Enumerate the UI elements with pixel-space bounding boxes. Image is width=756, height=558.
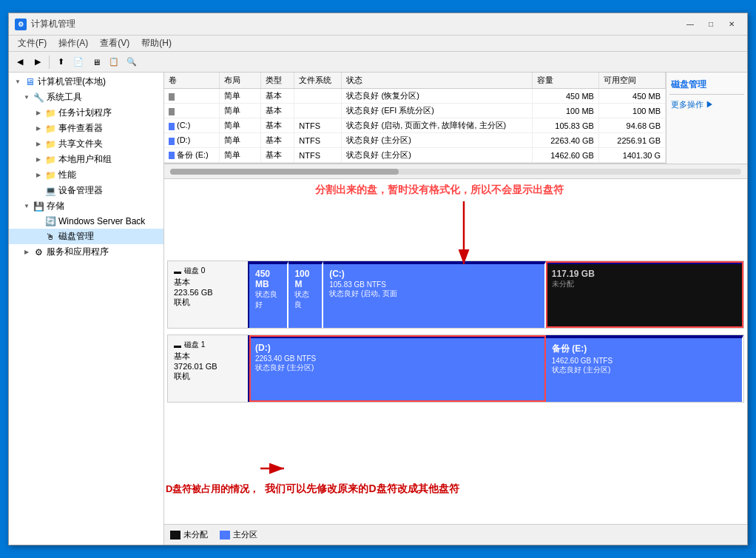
toolbar-btn-4[interactable]: 📄 — [70, 54, 87, 70]
p0-1-name: 450 MB — [255, 269, 281, 289]
cell-fs: NTFS — [294, 118, 342, 133]
sidebar-label-tools: 系统工具 — [47, 91, 82, 104]
sidebar-item-backup[interactable]: ▶ 🔄 Windows Server Back — [9, 214, 163, 229]
expander-tools[interactable]: ▼ — [21, 92, 33, 104]
computer-icon: 🖥 — [24, 76, 36, 88]
menu-file[interactable]: 文件(F) — [12, 36, 53, 51]
scroll-track[interactable] — [170, 169, 741, 175]
maximize-button[interactable]: □ — [701, 17, 720, 32]
cell-fs: NTFS — [294, 133, 342, 148]
table-row[interactable]: 简单 基本 状态良好 (EFI 系统分区) 100 MB 100 MB — [164, 104, 666, 118]
cell-type: 基本 — [261, 104, 294, 118]
cell-cap: 105.83 GB — [532, 118, 598, 133]
legend-item-primary: 主分区 — [220, 529, 257, 540]
sidebar-item-eventlog[interactable]: ▶ 📁 事件查看器 — [9, 121, 163, 136]
toolbar-btn-5[interactable]: 🖥 — [88, 54, 104, 70]
expander-perf[interactable]: ▶ — [33, 169, 44, 181]
p1-1-name: (D:) — [255, 343, 539, 353]
disk-0-row: ▬ 磁盘 0 基本 223.56 GB 联机 450 MB 状态良好 — [167, 260, 744, 329]
sidebar-item-tools[interactable]: ▼ 🔧 系统工具 — [9, 90, 163, 105]
cell-vol: (D:) — [164, 133, 220, 148]
sidebar-item-services[interactable]: ▶ ⚙ 服务和应用程序 — [9, 244, 163, 260]
expander-shared[interactable]: ▶ — [33, 138, 44, 150]
services-icon: ⚙ — [33, 246, 44, 258]
disk-0-part-1[interactable]: 450 MB 状态良好 — [249, 261, 288, 328]
p0-4-size: 117.19 GB — [552, 269, 736, 279]
close-button[interactable]: ✕ — [722, 17, 741, 32]
disk-0-part-4[interactable]: 117.19 GB 未分配 — [546, 261, 743, 328]
folder-icon-1: 📁 — [44, 107, 56, 119]
toolbar-separator — [49, 56, 50, 69]
p0-2-info: 状态良 — [294, 289, 316, 310]
disk-1-status: 联机 — [174, 371, 242, 382]
p1-1-info: 状态良好 (主分区) — [255, 363, 539, 373]
toolbar-btn-1[interactable]: ◀ — [12, 54, 28, 70]
expander-services[interactable]: ▶ — [21, 246, 33, 258]
sidebar-item-users[interactable]: ▶ 📁 本地用户和组 — [9, 152, 163, 167]
expander-scheduler[interactable]: ▶ — [33, 107, 44, 119]
disk-0-part-2[interactable]: 100 M 状态良 — [288, 261, 323, 328]
cell-status: 状态良好 (EFI 系统分区) — [342, 104, 532, 118]
toolbar: ◀ ▶ ⬆ 📄 🖥 📋 🔍 — [9, 52, 747, 73]
col-header-status[interactable]: 状态 — [342, 73, 532, 89]
ops-more-actions[interactable]: 更多操作 ▶ — [669, 98, 744, 112]
sidebar-item-perf[interactable]: ▶ 📁 性能 — [9, 167, 163, 183]
cell-status: 状态良好 (主分区) — [342, 148, 532, 163]
scroll-thumb[interactable] — [170, 169, 399, 175]
cell-fs — [294, 89, 342, 104]
cell-avail: 450 MB — [598, 89, 665, 104]
expander-eventlog[interactable]: ▶ — [33, 123, 44, 135]
toolbar-btn-6[interactable]: 📋 — [106, 54, 122, 70]
sidebar-item-scheduler[interactable]: ▶ 📁 任务计划程序 — [9, 105, 163, 121]
legend-box-unallocated — [170, 531, 180, 539]
sidebar-item-shared[interactable]: ▶ 📁 共享文件夹 — [9, 136, 163, 152]
cell-avail: 94.68 GB — [598, 118, 665, 133]
disk-0-name: 磁盘 0 — [184, 266, 205, 276]
disk-visual-area: ▬ 磁盘 0 基本 223.56 GB 联机 450 MB 状态良好 — [164, 179, 747, 524]
col-header-type[interactable]: 类型 — [261, 73, 294, 89]
col-header-avail[interactable]: 可用空间 — [598, 73, 665, 89]
col-header-fs[interactable]: 文件系统 — [294, 73, 342, 89]
menu-help[interactable]: 帮助(H) — [135, 36, 178, 51]
table-row[interactable]: (D:) 简单 基本 NTFS 状态良好 (主分区) 2263.40 GB 22… — [164, 133, 666, 148]
p1-2-info: 状态良好 (主分区) — [552, 365, 736, 375]
volumes-table: 卷 布局 类型 文件系统 状态 容量 可用空间 简单 基本 — [164, 73, 666, 163]
sidebar-label-devmgr: 设备管理器 — [58, 184, 103, 197]
disk-1-name: 磁盘 1 — [184, 340, 205, 350]
table-row[interactable]: 简单 基本 状态良好 (恢复分区) 450 MB 450 MB — [164, 89, 666, 104]
table-row[interactable]: 备份 (E:) 简单 基本 NTFS 状态良好 (主分区) 1462.60 GB… — [164, 148, 666, 163]
toolbar-btn-3[interactable]: ⬆ — [53, 54, 69, 70]
sidebar-label-users: 本地用户和组 — [58, 153, 112, 166]
p0-2-name: 100 M — [294, 269, 316, 289]
sidebar-item-devmgr[interactable]: ▶ 💻 设备管理器 — [9, 183, 163, 198]
col-header-layout[interactable]: 布局 — [220, 73, 261, 89]
legend-label-unallocated: 未分配 — [183, 529, 208, 540]
expander-computer[interactable]: ▼ — [12, 76, 24, 88]
p1-2-name: 备份 (E:) — [552, 343, 736, 355]
sidebar-item-computer[interactable]: ▼ 🖥 计算机管理(本地) — [9, 74, 163, 90]
cell-layout: 简单 — [220, 104, 261, 118]
expander-users[interactable]: ▶ — [33, 154, 44, 166]
minimize-button[interactable]: — — [681, 17, 700, 32]
toolbar-btn-2[interactable]: ▶ — [30, 54, 46, 70]
sidebar-item-storage[interactable]: ▼ 💾 存储 — [9, 198, 163, 214]
disk-1-row: ▬ 磁盘 1 基本 3726.01 GB 联机 (D:) 2263.40 GB … — [167, 335, 744, 403]
disk-1-part-2[interactable]: 备份 (E:) 1462.60 GB NTFS 状态良好 (主分区) — [546, 335, 743, 402]
folder-icon-3: 📁 — [44, 138, 56, 150]
menu-action[interactable]: 操作(A) — [53, 36, 94, 51]
col-header-vol[interactable]: 卷 — [164, 73, 220, 89]
cell-avail: 2256.91 GB — [598, 133, 665, 148]
sidebar-item-diskmgr[interactable]: ▶ 🖱 磁盘管理 — [9, 229, 163, 244]
folder-icon-5: 📁 — [44, 169, 56, 181]
disk-0-part-3[interactable]: (C:) 105.83 GB NTFS 状态良好 (启动, 页面 — [323, 261, 546, 328]
col-header-cap[interactable]: 容量 — [532, 73, 598, 89]
legend-item-unallocated: 未分配 — [170, 529, 208, 540]
table-row[interactable]: (C:) 简单 基本 NTFS 状态良好 (启动, 页面文件, 故障转储, 主分… — [164, 118, 666, 133]
expander-storage[interactable]: ▼ — [21, 201, 33, 212]
cell-type: 基本 — [261, 118, 294, 133]
p0-3-name: (C:) — [329, 269, 539, 279]
menu-view[interactable]: 查看(V) — [94, 36, 135, 51]
toolbar-btn-7[interactable]: 🔍 — [124, 54, 140, 70]
disk-1-part-1[interactable]: (D:) 2263.40 GB NTFS 状态良好 (主分区) — [249, 335, 546, 402]
horizontal-scrollbar[interactable] — [164, 164, 747, 179]
